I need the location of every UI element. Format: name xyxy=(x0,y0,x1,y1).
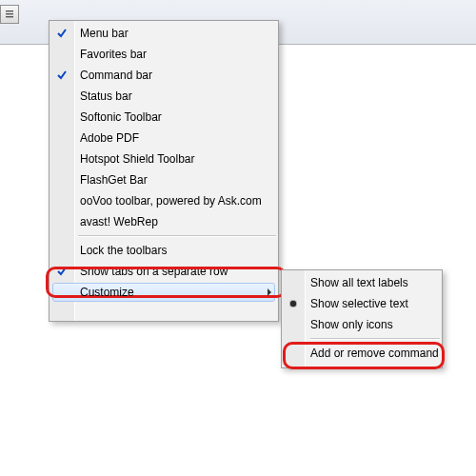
menu-item-label: Softonic Toolbar xyxy=(80,107,261,128)
menu-item-label: Status bar xyxy=(80,86,261,107)
menu-item-label: ooVoo toolbar, powered by Ask.com xyxy=(80,190,261,211)
toolbar-dropdown-button[interactable] xyxy=(0,5,19,24)
check-icon xyxy=(50,240,74,261)
check-icon xyxy=(282,343,305,364)
menu-item-label: Favorites bar xyxy=(80,44,261,65)
menu-item-label: Hotspot Shield Toolbar xyxy=(80,149,261,169)
check-icon xyxy=(50,211,74,232)
menu-separator xyxy=(78,235,276,237)
menu-item-avast-webrep[interactable]: avast! WebRep xyxy=(50,211,278,232)
check-icon xyxy=(50,44,74,65)
check-icon xyxy=(50,23,74,44)
menu-item-hotspot-shield-toolbar[interactable]: Hotspot Shield Toolbar xyxy=(50,149,278,169)
check-icon xyxy=(50,282,74,303)
menu-item-label: Show selective text xyxy=(310,293,438,314)
window-background: Menu barFavorites barCommand barStatus b… xyxy=(0,0,476,476)
check-icon xyxy=(50,128,74,149)
check-icon xyxy=(50,65,74,86)
check-icon xyxy=(50,107,74,128)
menu-item-command-bar[interactable]: Command bar xyxy=(50,65,278,86)
check-icon xyxy=(50,86,74,107)
menu-item-label: Lock the toolbars xyxy=(80,240,261,261)
menu-item-show-all-text-labels[interactable]: Show all text labels xyxy=(282,272,442,293)
radio-icon xyxy=(282,293,305,314)
menu-separator xyxy=(310,338,440,340)
check-icon xyxy=(50,190,74,211)
menu-item-softonic-toolbar[interactable]: Softonic Toolbar xyxy=(50,107,278,128)
menu-item-label: Menu bar xyxy=(80,23,261,44)
menu-item-label: Adobe PDF xyxy=(80,128,261,149)
menu-item-label: Show all text labels xyxy=(310,272,438,293)
menu-item-flashget-bar[interactable]: FlashGet Bar xyxy=(50,169,278,190)
menu-item-label: Add or remove commands xyxy=(310,343,438,364)
menu-item-lock-the-toolbars[interactable]: Lock the toolbars xyxy=(50,240,278,261)
menu-item-oovoo-toolbar-powered-by-ask-com[interactable]: ooVoo toolbar, powered by Ask.com xyxy=(50,190,278,211)
menu-item-customize[interactable]: Customize xyxy=(50,282,278,303)
menu-item-label: avast! WebRep xyxy=(80,211,261,232)
radio-icon xyxy=(282,272,305,293)
menu-item-menu-bar[interactable]: Menu bar xyxy=(50,23,278,44)
menu-item-label: Command bar xyxy=(80,65,261,86)
svg-rect-2 xyxy=(6,16,13,17)
check-icon xyxy=(50,261,74,282)
menu-item-label: Customize xyxy=(80,282,261,303)
menu-item-label: Show tabs on a separate row xyxy=(80,261,261,282)
submenu-arrow-icon xyxy=(267,282,272,303)
menu-item-label: FlashGet Bar xyxy=(80,169,261,190)
menu-item-adobe-pdf[interactable]: Adobe PDF xyxy=(50,128,278,149)
check-icon xyxy=(50,149,74,169)
menu-item-show-only-icons[interactable]: Show only icons xyxy=(282,314,442,335)
customize-submenu[interactable]: Show all text labelsShow selective textS… xyxy=(281,269,443,368)
toolbars-context-menu[interactable]: Menu barFavorites barCommand barStatus b… xyxy=(49,20,279,322)
menu-item-show-tabs-on-a-separate-row[interactable]: Show tabs on a separate row xyxy=(50,261,278,282)
menu-item-add-or-remove-commands[interactable]: Add or remove commands xyxy=(282,343,442,364)
menu-item-label: Show only icons xyxy=(310,314,438,335)
menu-item-status-bar[interactable]: Status bar xyxy=(50,86,278,107)
svg-rect-0 xyxy=(6,10,13,11)
radio-icon xyxy=(282,314,305,335)
menu-item-show-selective-text[interactable]: Show selective text xyxy=(282,293,442,314)
check-icon xyxy=(50,169,74,190)
svg-rect-1 xyxy=(6,13,13,14)
list-icon xyxy=(5,10,14,19)
menu-item-favorites-bar[interactable]: Favorites bar xyxy=(50,44,278,65)
